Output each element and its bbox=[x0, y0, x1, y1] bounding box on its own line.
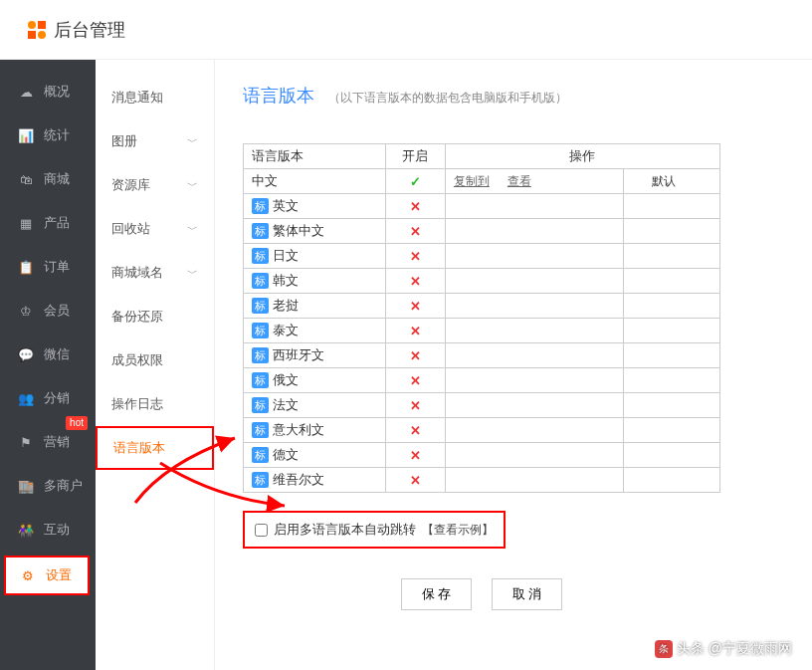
nav-label: 统计 bbox=[44, 126, 70, 144]
lang-cell[interactable]: 标韩文 bbox=[244, 269, 386, 294]
nav-label: 营销 bbox=[44, 433, 70, 451]
chevron-down-icon: ﹀ bbox=[187, 134, 198, 149]
table-row: 中文✓复制到查看默认 bbox=[244, 169, 720, 194]
main-sidebar: ☁概况📊统计🛍商城▦产品📋订单♔会员💬微信👥分销⚑营销hot🏬多商户👫互动⚙设置 bbox=[0, 60, 96, 670]
subnav-item-7[interactable]: 操作日志 bbox=[96, 382, 214, 426]
subnav-item-3[interactable]: 回收站﹀ bbox=[96, 207, 214, 251]
lang-cell[interactable]: 标繁体中文 bbox=[244, 219, 386, 244]
ops-cell bbox=[445, 219, 623, 244]
cross-icon: ✕ bbox=[410, 324, 421, 338]
subnav-item-5[interactable]: 备份还原 bbox=[96, 295, 214, 338]
enable-cell[interactable]: ✕ bbox=[385, 219, 445, 244]
view-link[interactable]: 查看 bbox=[508, 174, 531, 188]
lang-cell[interactable]: 标老挝 bbox=[244, 294, 386, 319]
enable-cell[interactable]: ✕ bbox=[385, 418, 445, 443]
ops-cell2 bbox=[624, 244, 720, 269]
subnav-item-2[interactable]: 资源库﹀ bbox=[96, 163, 214, 207]
nav-item-1[interactable]: 📊统计 bbox=[0, 113, 96, 157]
chevron-down-icon: ﹀ bbox=[187, 266, 198, 281]
content-area: 语言版本 （以下语言版本的数据包含电脑版和手机版） 语言版本 开启 操作 中文✓… bbox=[215, 60, 812, 670]
nav-label: 商城 bbox=[44, 170, 70, 188]
enable-cell[interactable]: ✕ bbox=[385, 194, 445, 219]
lang-cell[interactable]: 标英文 bbox=[244, 194, 386, 219]
cross-icon: ✕ bbox=[410, 373, 421, 388]
enable-cell[interactable]: ✕ bbox=[385, 368, 445, 393]
subnav-item-0[interactable]: 消息通知 bbox=[96, 76, 214, 119]
std-badge: 标 bbox=[252, 472, 269, 488]
subnav-label: 回收站 bbox=[111, 220, 150, 238]
logo-icon bbox=[28, 21, 46, 39]
nav-icon: 📊 bbox=[18, 128, 34, 143]
lang-cell[interactable]: 标日文 bbox=[244, 244, 386, 269]
nav-item-4[interactable]: 📋订单 bbox=[0, 245, 96, 289]
lang-cell[interactable]: 标维吾尔文 bbox=[244, 468, 386, 493]
nav-label: 多商户 bbox=[44, 477, 83, 495]
nav-item-6[interactable]: 💬微信 bbox=[0, 333, 96, 376]
cancel-button[interactable]: 取 消 bbox=[492, 578, 563, 610]
nav-item-11[interactable]: ⚙设置 bbox=[4, 556, 90, 595]
nav-item-7[interactable]: 👥分销 bbox=[0, 376, 96, 420]
cross-icon: ✕ bbox=[410, 199, 421, 214]
ops-cell bbox=[445, 244, 623, 269]
nav-icon: ⚙ bbox=[20, 568, 36, 583]
enable-cell[interactable]: ✕ bbox=[385, 244, 445, 269]
nav-icon: ▦ bbox=[18, 216, 34, 231]
std-badge: 标 bbox=[252, 323, 269, 338]
copy-link[interactable]: 复制到 bbox=[454, 174, 490, 188]
cross-icon: ✕ bbox=[410, 448, 421, 463]
lang-cell[interactable]: 中文 bbox=[244, 169, 386, 194]
enable-cell[interactable]: ✕ bbox=[385, 468, 445, 493]
subnav-label: 成员权限 bbox=[111, 351, 163, 369]
lang-cell[interactable]: 标法文 bbox=[244, 393, 386, 418]
ops-cell bbox=[445, 368, 623, 393]
enable-cell[interactable]: ✕ bbox=[385, 443, 445, 468]
enable-cell[interactable]: ✓ bbox=[385, 169, 445, 194]
cross-icon: ✕ bbox=[410, 348, 421, 363]
nav-item-8[interactable]: ⚑营销hot bbox=[0, 420, 96, 464]
nav-label: 会员 bbox=[44, 302, 70, 320]
th-ops: 操作 bbox=[445, 144, 719, 169]
std-badge: 标 bbox=[252, 248, 269, 264]
language-table: 语言版本 开启 操作 中文✓复制到查看默认标英文✕标繁体中文✕标日文✕标韩文✕标… bbox=[243, 143, 720, 493]
enable-cell[interactable]: ✕ bbox=[385, 294, 445, 319]
save-button[interactable]: 保 存 bbox=[401, 578, 473, 610]
lang-name: 意大利文 bbox=[273, 422, 324, 437]
nav-item-10[interactable]: 👫互动 bbox=[0, 508, 96, 552]
enable-cell[interactable]: ✕ bbox=[385, 343, 445, 368]
subnav-item-8[interactable]: 语言版本 bbox=[96, 426, 214, 470]
view-example-link[interactable]: 【查看示例】 bbox=[422, 522, 494, 539]
lang-name: 繁体中文 bbox=[273, 223, 324, 238]
lang-cell[interactable]: 标德文 bbox=[244, 443, 386, 468]
lang-cell[interactable]: 标俄文 bbox=[244, 368, 386, 393]
subnav-label: 备份还原 bbox=[111, 308, 163, 326]
nav-label: 分销 bbox=[44, 389, 70, 407]
nav-item-9[interactable]: 🏬多商户 bbox=[0, 464, 96, 508]
auto-jump-checkbox[interactable] bbox=[255, 524, 268, 537]
enable-cell[interactable]: ✕ bbox=[385, 319, 445, 343]
cross-icon: ✕ bbox=[410, 224, 421, 239]
subnav-item-6[interactable]: 成员权限 bbox=[96, 338, 214, 382]
subnav-item-1[interactable]: 图册﹀ bbox=[96, 119, 214, 163]
default-label: 默认 bbox=[652, 174, 676, 188]
table-row: 标老挝✕ bbox=[244, 294, 720, 319]
lang-cell[interactable]: 标意大利文 bbox=[244, 418, 386, 443]
enable-cell[interactable]: ✕ bbox=[385, 269, 445, 294]
ops-cell2 bbox=[624, 219, 720, 244]
subnav-label: 操作日志 bbox=[111, 395, 163, 413]
subnav-label: 图册 bbox=[111, 132, 137, 150]
nav-label: 互动 bbox=[44, 521, 70, 539]
subnav-item-4[interactable]: 商城域名﹀ bbox=[96, 251, 214, 295]
lang-cell[interactable]: 标泰文 bbox=[244, 319, 386, 343]
nav-item-3[interactable]: ▦产品 bbox=[0, 201, 96, 245]
nav-icon: 👫 bbox=[18, 523, 34, 538]
lang-cell[interactable]: 标西班牙文 bbox=[244, 343, 386, 368]
cross-icon: ✕ bbox=[410, 274, 421, 289]
enable-cell[interactable]: ✕ bbox=[385, 393, 445, 418]
default-cell: 默认 bbox=[624, 169, 720, 194]
nav-item-2[interactable]: 🛍商城 bbox=[0, 157, 96, 201]
nav-item-5[interactable]: ♔会员 bbox=[0, 289, 96, 333]
table-row: 标泰文✕ bbox=[244, 319, 720, 343]
std-badge: 标 bbox=[252, 223, 269, 239]
nav-item-0[interactable]: ☁概况 bbox=[0, 70, 96, 113]
ops-cell bbox=[445, 443, 623, 468]
